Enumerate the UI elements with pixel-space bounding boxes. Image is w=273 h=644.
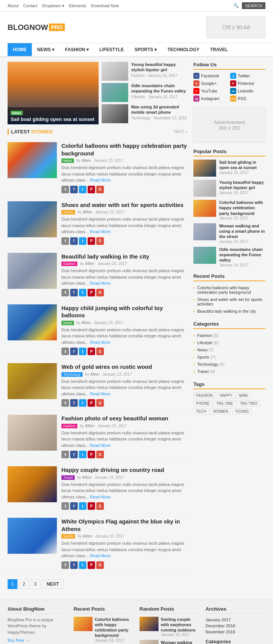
latest-next-button[interactable]: NEXT » [174, 130, 187, 134]
article-title-1[interactable]: Shoes and water with set for sports acti… [61, 201, 187, 209]
pin-share-0[interactable]: P [88, 186, 95, 193]
gp-share-2[interactable]: G [96, 289, 104, 296]
gp-share-5[interactable]: G [96, 451, 104, 458]
gp-share-6[interactable]: G [96, 502, 104, 510]
tag-2[interactable]: MAN [237, 392, 250, 399]
fb-share-0[interactable]: f [70, 186, 78, 193]
tag-5[interactable]: TAG TWO [237, 400, 260, 407]
nav-fashion[interactable]: FASHION ▾ [60, 43, 94, 56]
fb-share-7[interactable]: f [70, 561, 78, 569]
recent-post-0[interactable]: Colorful balloons with happy celebration… [193, 284, 265, 296]
page-3[interactable]: 3 [30, 579, 40, 589]
tw-share-2[interactable]: t [79, 289, 86, 296]
nav-travel[interactable]: TRAVEL [205, 43, 233, 56]
archive-item-2[interactable]: November 2016 [206, 629, 265, 635]
follow-rss[interactable]: rssRSS [230, 96, 265, 102]
recent-post-2[interactable]: Beautiful lady walking in the city [193, 308, 265, 315]
fb-share-4[interactable]: f [70, 399, 78, 407]
article-title-3[interactable]: Happy child jumping with colorful toy ba… [61, 304, 187, 319]
gp-share-4[interactable]: G [96, 399, 104, 407]
gp-share-1[interactable]: G [96, 237, 104, 245]
category-link-5[interactable]: Travel (9) [197, 369, 215, 374]
footer-buy-link[interactable]: Buy Now → [8, 638, 30, 642]
category-link-2[interactable]: News (7) [197, 348, 214, 352]
archive-link-2[interactable]: November 2016 [206, 630, 235, 634]
footer-random-item-1[interactable]: Woman walking and using a smart phone in… [140, 640, 199, 644]
page-next[interactable]: NEXT [42, 580, 64, 589]
tw-share-0[interactable]: t [79, 186, 86, 193]
page-2[interactable]: 2 [19, 579, 29, 589]
popular-post-2[interactable]: Colorful balloons with happy celebration… [193, 200, 265, 220]
category-item-0[interactable]: Fashion (5) [193, 332, 265, 339]
fb-share-6[interactable]: f [70, 502, 78, 510]
top-nav-elements[interactable]: Elements [69, 3, 86, 8]
follow-twitter[interactable]: tTwitter [230, 73, 265, 79]
tw-share-4[interactable]: t [79, 399, 86, 407]
gp-share-0[interactable]: G [96, 186, 104, 193]
nav-lifestyle[interactable]: LIFESTYLE [94, 43, 129, 56]
gp-share-3[interactable]: G [96, 348, 104, 355]
share-icon-0[interactable]: ⇪ [61, 186, 69, 193]
fb-share-3[interactable]: f [70, 348, 78, 355]
footer-random-item-0[interactable]: Smiling couple with earphones running ou… [140, 617, 199, 637]
tw-share-1[interactable]: t [79, 237, 86, 245]
category-item-4[interactable]: Technology (8) [193, 361, 265, 368]
nav-sports[interactable]: SPORTS ▾ [129, 43, 162, 56]
read-more-7[interactable]: Read More [90, 553, 110, 558]
tag-4[interactable]: TAG ONE [214, 400, 236, 407]
hero-item-2[interactable]: Odle mountains chain separating the Fune… [102, 83, 187, 102]
article-title-4[interactable]: Web of gold wires on rustic wood [61, 363, 187, 371]
read-more-5[interactable]: Read More [90, 443, 110, 448]
share-icon-3[interactable]: ⇪ [61, 348, 69, 355]
page-1[interactable]: 1 [8, 579, 17, 589]
fb-share-1[interactable]: f [70, 237, 78, 245]
category-item-3[interactable]: Sports (7) [193, 354, 265, 361]
tag-8[interactable]: YOUNG [232, 408, 252, 415]
read-more-4[interactable]: Read More [90, 392, 110, 396]
read-more-0[interactable]: Read More [90, 178, 110, 182]
share-icon-5[interactable]: ⇪ [61, 451, 69, 458]
recent-post-1[interactable]: Shoes and water with set for sports acti… [193, 296, 265, 308]
tag-0[interactable]: FASHION [193, 392, 215, 399]
top-nav-dropdown[interactable]: Dropdown ▾ [42, 3, 64, 8]
tw-share-7[interactable]: t [79, 561, 86, 569]
category-link-4[interactable]: Technology (8) [197, 362, 224, 367]
popular-post-4[interactable]: Odle mountains chain separating the Fune… [193, 247, 265, 267]
follow-googleplus[interactable]: GGoogle+ [193, 80, 229, 86]
nav-news[interactable]: NEWS ▾ [32, 43, 60, 56]
category-item-1[interactable]: Lifestyle (6) [193, 339, 265, 346]
pin-share-7[interactable]: P [88, 561, 95, 569]
follow-facebook[interactable]: fFacebook [193, 73, 229, 79]
top-nav-contact[interactable]: Contact [23, 3, 38, 8]
article-title-0[interactable]: Colorful balloons with happy celebration… [61, 142, 187, 157]
archive-item-0[interactable]: January 2017 [206, 617, 265, 623]
nav-home[interactable]: HOME [8, 43, 32, 56]
top-nav-about[interactable]: About [8, 3, 19, 8]
read-more-6[interactable]: Read More [90, 495, 110, 499]
article-title-6[interactable]: Happy couple driving on country road [61, 466, 187, 474]
share-icon-2[interactable]: ⇪ [61, 289, 69, 296]
nav-technology[interactable]: TECHNOLOGY [162, 43, 205, 56]
pin-share-3[interactable]: P [88, 348, 95, 355]
tag-6[interactable]: TECH [193, 408, 209, 415]
footer-recent-item-0[interactable]: Colorful balloons with happy celebration… [74, 617, 133, 642]
pin-share-5[interactable]: P [88, 451, 95, 458]
read-more-3[interactable]: Read More [90, 340, 110, 345]
hero-item-3[interactable]: Man using 3d generated mobile smart phon… [102, 104, 187, 123]
tw-share-3[interactable]: t [79, 348, 86, 355]
read-more-2[interactable]: Read More [90, 281, 110, 285]
category-link-3[interactable]: Sports (7) [197, 355, 215, 359]
tag-3[interactable]: PHONE [193, 400, 212, 407]
read-more-1[interactable]: Read More [90, 229, 110, 234]
popular-post-0[interactable]: Sail boat gliding in open sea at sunset … [193, 160, 265, 177]
tw-share-5[interactable]: t [79, 451, 86, 458]
share-icon-1[interactable]: ⇪ [61, 237, 69, 245]
article-title-7[interactable]: White Olympics Flag against the blue sky… [61, 518, 187, 533]
follow-instagram[interactable]: igInstagram [193, 96, 229, 102]
tw-share-6[interactable]: t [79, 502, 86, 510]
tag-1[interactable]: HAPPY [217, 392, 235, 399]
popular-post-1[interactable]: Young beautiful happy stylish hipster gi… [193, 180, 265, 197]
follow-youtube[interactable]: YYouTube [193, 88, 229, 94]
pin-share-6[interactable]: P [88, 502, 95, 510]
pin-share-4[interactable]: P [88, 399, 95, 407]
